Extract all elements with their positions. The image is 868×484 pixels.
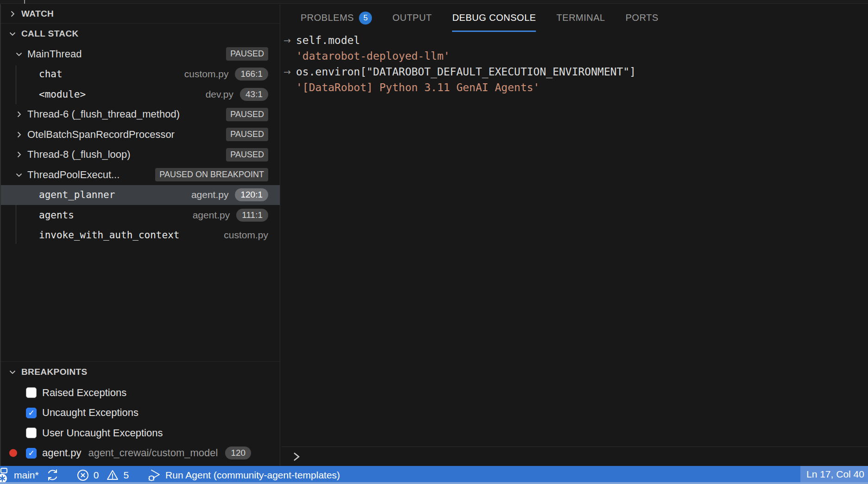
thread-status-badge: PAUSED bbox=[226, 108, 268, 121]
frame-file-name: custom.py bbox=[184, 68, 229, 80]
chevron-down-icon bbox=[9, 368, 16, 376]
frame-name: <module> bbox=[39, 89, 86, 100]
call-stack-frame-row[interactable]: chatcustom.py166:1 bbox=[1, 64, 280, 85]
chevron-right-icon bbox=[9, 10, 16, 18]
thread-status-badge: PAUSED bbox=[226, 128, 268, 141]
cursor-position-label: Ln 17, Col 40 bbox=[806, 469, 864, 480]
warning-count[interactable]: 5 bbox=[123, 470, 129, 481]
chevron-down-icon bbox=[15, 50, 23, 58]
call-stack-thread-row[interactable]: OtelBatchSpanRecordProcessorPAUSED bbox=[1, 124, 280, 145]
tab-problems[interactable]: PROBLEMS5 bbox=[301, 4, 372, 31]
call-stack-frame-row[interactable]: <module>dev.py43:1 bbox=[1, 84, 280, 105]
chevron-right-icon bbox=[15, 131, 23, 138]
breakpoint-line-badge: 120 bbox=[225, 447, 251, 459]
call-stack-list: MainThreadPAUSEDchatcustom.py166:1<modul… bbox=[1, 44, 280, 245]
console-input-echo: →os.environ["DATAROBOT_DEFAULT_EXECUTION… bbox=[282, 64, 868, 80]
tab-terminal[interactable]: TERMINAL bbox=[556, 4, 605, 31]
errors-icon[interactable] bbox=[76, 469, 89, 482]
problems-count-badge: 5 bbox=[359, 12, 372, 25]
input-arrow-icon: → bbox=[283, 67, 291, 77]
indent-guide bbox=[16, 186, 16, 244]
breakpoint-label: agent.py bbox=[42, 447, 81, 459]
section-divider bbox=[1, 361, 280, 362]
branch-name-label[interactable]: main* bbox=[14, 470, 39, 481]
cursor-position-button[interactable]: Ln 17, Col 40 bbox=[800, 466, 868, 482]
checkbox-unchecked[interactable] bbox=[26, 387, 37, 398]
warnings-icon[interactable] bbox=[106, 469, 119, 482]
frame-file-name: custom.py bbox=[224, 230, 268, 241]
tab-debug-console[interactable]: DEBUG CONSOLE bbox=[452, 4, 536, 31]
thread-name: MainThread bbox=[27, 48, 82, 60]
tab-label: PROBLEMS bbox=[301, 12, 354, 23]
checkbox-checked[interactable]: ✓ bbox=[26, 408, 37, 418]
console-text: 'datarobot-deployed-llm' bbox=[296, 50, 450, 62]
breakpoint-row[interactable]: Raised Exceptions bbox=[1, 383, 280, 403]
frame-name: invoke_with_auth_context bbox=[39, 230, 179, 241]
chevron-right-icon bbox=[15, 111, 23, 118]
breakpoint-row[interactable]: User Uncaught Exceptions bbox=[1, 423, 280, 443]
debug-run-icon[interactable] bbox=[147, 469, 161, 482]
console-result: '[DataRobot] Python 3.11 GenAI Agents' bbox=[282, 80, 868, 95]
call-stack-section-header[interactable]: CALL STACK bbox=[1, 24, 280, 43]
chevron-down-icon bbox=[15, 171, 23, 179]
breakpoints-list: Raised Exceptions✓Uncaught ExceptionsUse… bbox=[1, 383, 280, 463]
error-count[interactable]: 0 bbox=[94, 470, 99, 481]
panel-tab-bar: PROBLEMS5OUTPUTDEBUG CONSOLETERMINALPORT… bbox=[282, 4, 868, 31]
frame-location-badge: 43:1 bbox=[240, 88, 268, 101]
console-text: self.model bbox=[296, 34, 360, 46]
prompt-chevron-icon bbox=[292, 451, 301, 462]
watch-section-header[interactable]: WATCH bbox=[1, 4, 280, 24]
git-branch-icon[interactable] bbox=[0, 467, 12, 484]
thread-name: ThreadPoolExecut... bbox=[27, 169, 120, 181]
call-stack-thread-row[interactable]: Thread-6 (_flush_thread_method)PAUSED bbox=[1, 105, 280, 125]
tab-output[interactable]: OUTPUT bbox=[392, 4, 432, 31]
watch-section-title: WATCH bbox=[21, 9, 54, 19]
thread-name: Thread-8 (_flush_loop) bbox=[27, 149, 131, 161]
frame-name: agent_planner bbox=[39, 189, 115, 200]
status-bar: main* 0 5 bbox=[0, 466, 868, 484]
debug-console-input[interactable] bbox=[282, 447, 868, 466]
frame-file-name: agent.py bbox=[193, 210, 230, 221]
breakpoint-label: Raised Exceptions bbox=[42, 387, 126, 399]
thread-status-badge: PAUSED bbox=[226, 47, 268, 61]
tab-label: OUTPUT bbox=[392, 12, 432, 23]
frame-location-badge: 120:1 bbox=[235, 188, 268, 201]
frame-file-name: agent.py bbox=[191, 189, 229, 200]
bottom-panel: PROBLEMS5OUTPUTDEBUG CONSOLETERMINALPORT… bbox=[282, 4, 868, 466]
scroll-tick bbox=[24, 0, 25, 4]
breakpoints-section-title: BREAKPOINTS bbox=[21, 367, 88, 377]
tab-ports[interactable]: PORTS bbox=[625, 4, 658, 31]
window-bottom-edge bbox=[0, 482, 868, 484]
tab-label: TERMINAL bbox=[556, 12, 605, 23]
input-arrow-icon: → bbox=[283, 35, 291, 45]
thread-status-badge: PAUSED bbox=[226, 148, 268, 161]
chevron-right-icon bbox=[15, 151, 23, 158]
checkbox-checked[interactable]: ✓ bbox=[26, 448, 37, 459]
call-stack-thread-row[interactable]: Thread-8 (_flush_loop)PAUSED bbox=[1, 145, 280, 165]
breakpoint-row[interactable]: ✓agent.pyagent_crewai/custom_model120 bbox=[1, 443, 280, 464]
frame-location-badge: 111:1 bbox=[236, 209, 268, 222]
thread-status-badge: PAUSED ON BREAKPOINT bbox=[155, 168, 268, 181]
frame-name: agents bbox=[39, 210, 74, 221]
tab-label: DEBUG CONSOLE bbox=[452, 12, 536, 23]
indent-guide bbox=[16, 65, 16, 104]
console-input-echo: →self.model bbox=[282, 32, 868, 48]
breakpoints-section-header[interactable]: BREAKPOINTS bbox=[1, 362, 280, 382]
chevron-down-icon bbox=[9, 30, 16, 37]
checkbox-unchecked[interactable] bbox=[26, 428, 37, 438]
frame-file-name: dev.py bbox=[206, 89, 233, 100]
call-stack-thread-row[interactable]: ThreadPoolExecut...PAUSED ON BREAKPOINT bbox=[1, 165, 280, 185]
call-stack-frame-row[interactable]: agent_planneragent.py120:1 bbox=[1, 185, 280, 205]
breakpoint-path: agent_crewai/custom_model bbox=[88, 447, 218, 459]
call-stack-frame-row[interactable]: agentsagent.py111:1 bbox=[1, 205, 280, 225]
call-stack-frame-row[interactable]: invoke_with_auth_contextcustom.py bbox=[1, 225, 280, 246]
breakpoint-label: Uncaught Exceptions bbox=[42, 407, 138, 419]
call-stack-section-title: CALL STACK bbox=[21, 29, 79, 39]
frame-location-badge: 166:1 bbox=[235, 68, 268, 81]
breakpoint-row[interactable]: ✓Uncaught Exceptions bbox=[1, 403, 280, 423]
console-result: 'datarobot-deployed-llm' bbox=[282, 48, 868, 64]
thread-name: OtelBatchSpanRecordProcessor bbox=[27, 129, 175, 141]
run-config-label[interactable]: Run Agent (community-agent-templates) bbox=[165, 470, 340, 481]
call-stack-thread-row[interactable]: MainThreadPAUSED bbox=[1, 44, 280, 64]
sync-icon[interactable] bbox=[46, 469, 59, 481]
